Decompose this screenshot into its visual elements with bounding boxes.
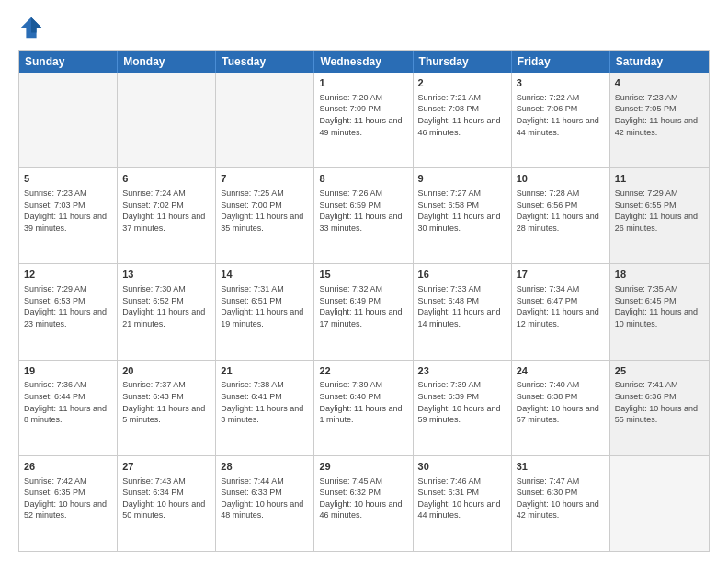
day-info: Sunrise: 7:44 AM Sunset: 6:33 PM Dayligh… <box>221 476 309 522</box>
cal-cell: 9Sunrise: 7:27 AM Sunset: 6:58 PM Daylig… <box>414 168 512 263</box>
day-number: 15 <box>319 268 407 282</box>
day-info: Sunrise: 7:31 AM Sunset: 6:51 PM Dayligh… <box>221 283 309 329</box>
page: SundayMondayTuesdayWednesdayThursdayFrid… <box>0 0 728 563</box>
cal-cell: 20Sunrise: 7:37 AM Sunset: 6:43 PM Dayli… <box>118 361 216 455</box>
cal-cell: 17Sunrise: 7:34 AM Sunset: 6:47 PM Dayli… <box>512 264 610 359</box>
day-number: 11 <box>615 172 704 186</box>
calendar: SundayMondayTuesdayWednesdayThursdayFrid… <box>18 50 710 552</box>
day-number: 26 <box>24 460 112 474</box>
cal-cell: 16Sunrise: 7:33 AM Sunset: 6:48 PM Dayli… <box>414 264 512 359</box>
day-info: Sunrise: 7:46 AM Sunset: 6:31 PM Dayligh… <box>418 476 506 522</box>
cal-cell: 18Sunrise: 7:35 AM Sunset: 6:45 PM Dayli… <box>610 264 709 359</box>
day-number: 12 <box>24 268 112 282</box>
day-number: 7 <box>221 172 309 186</box>
day-info: Sunrise: 7:27 AM Sunset: 6:58 PM Dayligh… <box>418 188 506 234</box>
cal-cell <box>118 73 216 167</box>
day-info: Sunrise: 7:37 AM Sunset: 6:43 PM Dayligh… <box>122 379 210 425</box>
day-number: 31 <box>517 460 605 474</box>
day-number: 2 <box>418 76 506 90</box>
day-number: 23 <box>418 364 506 378</box>
cal-cell: 8Sunrise: 7:26 AM Sunset: 6:59 PM Daylig… <box>314 168 413 263</box>
logo-icon <box>18 15 44 40</box>
day-info: Sunrise: 7:45 AM Sunset: 6:32 PM Dayligh… <box>319 476 407 522</box>
day-number: 4 <box>615 76 704 90</box>
day-header-tuesday: Tuesday <box>216 51 314 73</box>
cal-cell: 23Sunrise: 7:39 AM Sunset: 6:39 PM Dayli… <box>414 361 512 455</box>
day-info: Sunrise: 7:30 AM Sunset: 6:52 PM Dayligh… <box>122 283 210 329</box>
cal-cell: 21Sunrise: 7:38 AM Sunset: 6:41 PM Dayli… <box>216 361 314 455</box>
day-number: 3 <box>517 76 605 90</box>
cal-cell <box>610 456 709 551</box>
day-info: Sunrise: 7:23 AM Sunset: 7:05 PM Dayligh… <box>615 92 704 138</box>
cal-cell: 31Sunrise: 7:47 AM Sunset: 6:30 PM Dayli… <box>512 456 610 551</box>
day-info: Sunrise: 7:32 AM Sunset: 6:49 PM Dayligh… <box>319 283 407 329</box>
day-number: 19 <box>24 364 112 378</box>
cal-cell: 14Sunrise: 7:31 AM Sunset: 6:51 PM Dayli… <box>216 264 314 359</box>
cal-cell: 10Sunrise: 7:28 AM Sunset: 6:56 PM Dayli… <box>512 168 610 263</box>
logo <box>18 15 48 40</box>
day-info: Sunrise: 7:28 AM Sunset: 6:56 PM Dayligh… <box>517 188 605 234</box>
day-number: 20 <box>122 364 210 378</box>
cal-cell: 7Sunrise: 7:25 AM Sunset: 7:00 PM Daylig… <box>216 168 314 263</box>
day-info: Sunrise: 7:29 AM Sunset: 6:55 PM Dayligh… <box>615 188 704 234</box>
day-number: 28 <box>221 460 309 474</box>
cal-cell: 27Sunrise: 7:43 AM Sunset: 6:34 PM Dayli… <box>118 456 216 551</box>
day-number: 18 <box>615 268 704 282</box>
day-header-saturday: Saturday <box>610 51 709 73</box>
cal-cell: 25Sunrise: 7:41 AM Sunset: 6:36 PM Dayli… <box>610 361 709 455</box>
day-number: 10 <box>517 172 605 186</box>
header <box>18 15 710 40</box>
cal-cell: 30Sunrise: 7:46 AM Sunset: 6:31 PM Dayli… <box>414 456 512 551</box>
calendar-header: SundayMondayTuesdayWednesdayThursdayFrid… <box>19 51 709 73</box>
cal-cell <box>19 73 118 167</box>
cal-cell: 6Sunrise: 7:24 AM Sunset: 7:02 PM Daylig… <box>118 168 216 263</box>
cal-cell: 5Sunrise: 7:23 AM Sunset: 7:03 PM Daylig… <box>19 168 118 263</box>
week-row-4: 19Sunrise: 7:36 AM Sunset: 6:44 PM Dayli… <box>19 361 709 456</box>
day-number: 16 <box>418 268 506 282</box>
day-info: Sunrise: 7:39 AM Sunset: 6:40 PM Dayligh… <box>319 379 407 425</box>
day-info: Sunrise: 7:29 AM Sunset: 6:53 PM Dayligh… <box>24 283 112 329</box>
day-number: 27 <box>122 460 210 474</box>
day-info: Sunrise: 7:34 AM Sunset: 6:47 PM Dayligh… <box>517 283 605 329</box>
day-number: 1 <box>319 76 407 90</box>
day-info: Sunrise: 7:40 AM Sunset: 6:38 PM Dayligh… <box>517 379 605 425</box>
cal-cell: 12Sunrise: 7:29 AM Sunset: 6:53 PM Dayli… <box>19 264 118 359</box>
cal-cell: 22Sunrise: 7:39 AM Sunset: 6:40 PM Dayli… <box>314 361 413 455</box>
day-info: Sunrise: 7:41 AM Sunset: 6:36 PM Dayligh… <box>615 379 704 425</box>
cal-cell: 26Sunrise: 7:42 AM Sunset: 6:35 PM Dayli… <box>19 456 118 551</box>
day-info: Sunrise: 7:25 AM Sunset: 7:00 PM Dayligh… <box>221 188 309 234</box>
day-number: 5 <box>24 172 112 186</box>
day-info: Sunrise: 7:33 AM Sunset: 6:48 PM Dayligh… <box>418 283 506 329</box>
cal-cell: 13Sunrise: 7:30 AM Sunset: 6:52 PM Dayli… <box>118 264 216 359</box>
day-number: 30 <box>418 460 506 474</box>
day-info: Sunrise: 7:20 AM Sunset: 7:09 PM Dayligh… <box>319 92 407 138</box>
day-number: 24 <box>517 364 605 378</box>
day-number: 9 <box>418 172 506 186</box>
day-info: Sunrise: 7:43 AM Sunset: 6:34 PM Dayligh… <box>122 476 210 522</box>
cal-cell: 24Sunrise: 7:40 AM Sunset: 6:38 PM Dayli… <box>512 361 610 455</box>
cal-cell: 28Sunrise: 7:44 AM Sunset: 6:33 PM Dayli… <box>216 456 314 551</box>
day-number: 8 <box>319 172 407 186</box>
calendar-body: 1Sunrise: 7:20 AM Sunset: 7:09 PM Daylig… <box>19 73 709 551</box>
day-info: Sunrise: 7:38 AM Sunset: 6:41 PM Dayligh… <box>221 379 309 425</box>
day-info: Sunrise: 7:35 AM Sunset: 6:45 PM Dayligh… <box>615 283 704 329</box>
day-number: 6 <box>122 172 210 186</box>
day-info: Sunrise: 7:39 AM Sunset: 6:39 PM Dayligh… <box>418 379 506 425</box>
day-info: Sunrise: 7:36 AM Sunset: 6:44 PM Dayligh… <box>24 379 112 425</box>
day-number: 29 <box>319 460 407 474</box>
svg-marker-1 <box>31 17 41 33</box>
cal-cell: 19Sunrise: 7:36 AM Sunset: 6:44 PM Dayli… <box>19 361 118 455</box>
cal-cell: 29Sunrise: 7:45 AM Sunset: 6:32 PM Dayli… <box>314 456 413 551</box>
day-header-thursday: Thursday <box>414 51 512 73</box>
week-row-1: 1Sunrise: 7:20 AM Sunset: 7:09 PM Daylig… <box>19 73 709 168</box>
day-number: 25 <box>615 364 704 378</box>
day-number: 14 <box>221 268 309 282</box>
cal-cell <box>216 73 314 167</box>
day-header-wednesday: Wednesday <box>314 51 413 73</box>
day-number: 17 <box>517 268 605 282</box>
day-info: Sunrise: 7:24 AM Sunset: 7:02 PM Dayligh… <box>122 188 210 234</box>
day-info: Sunrise: 7:22 AM Sunset: 7:06 PM Dayligh… <box>517 92 605 138</box>
cal-cell: 15Sunrise: 7:32 AM Sunset: 6:49 PM Dayli… <box>314 264 413 359</box>
cal-cell: 4Sunrise: 7:23 AM Sunset: 7:05 PM Daylig… <box>610 73 709 167</box>
day-info: Sunrise: 7:21 AM Sunset: 7:08 PM Dayligh… <box>418 92 506 138</box>
